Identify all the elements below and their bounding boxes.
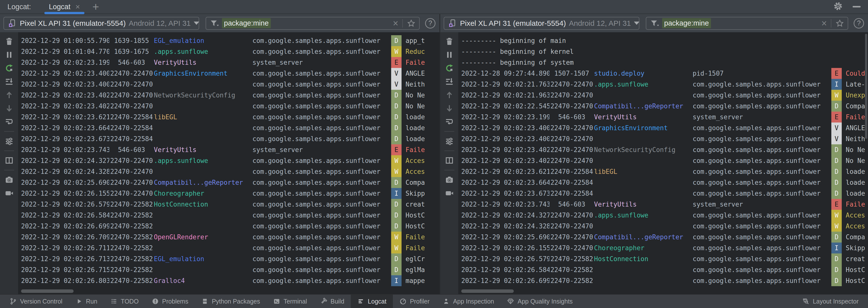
log-row[interactable]: 2022-12-29 02:02:23.62122470-22584libEGL… bbox=[18, 112, 439, 122]
log-row[interactable]: 2022-12-29 02:02:23.199546-603VerityUtil… bbox=[458, 112, 868, 122]
log-row[interactable]: 2022-12-29 01:01:04.7701639-1675.apps.su… bbox=[18, 46, 439, 57]
clear-logcat-button[interactable] bbox=[444, 36, 455, 47]
soft-wrap-button[interactable] bbox=[4, 116, 14, 127]
log-row[interactable]: 2022-12-29 02:02:26.58422470-22582com.go… bbox=[18, 210, 439, 221]
log-row[interactable]: --------- beginning of system bbox=[458, 57, 868, 68]
clear-filter-icon[interactable]: × bbox=[822, 19, 827, 28]
log-row[interactable]: --------- beginning of main bbox=[458, 35, 868, 46]
formatting-options-button[interactable] bbox=[4, 136, 14, 146]
take-screenshot-button[interactable] bbox=[4, 175, 14, 185]
previous-occurrence-button[interactable] bbox=[4, 90, 14, 100]
split-panels-button[interactable] bbox=[4, 155, 14, 166]
log-row[interactable]: --------- beginning of kernel bbox=[458, 46, 868, 57]
toolwindow-button-profiler[interactable]: Profiler bbox=[393, 295, 436, 308]
restart-logcat-button[interactable] bbox=[444, 63, 455, 74]
toolwindow-button-todo[interactable]: TODO bbox=[104, 295, 145, 308]
hide-tool-window-icon[interactable] bbox=[852, 6, 861, 7]
pause-logcat-button[interactable] bbox=[4, 50, 14, 60]
log-row[interactable]: 2022-12-29 02:02:26.71122470-22582com.go… bbox=[18, 243, 439, 253]
log-row[interactable]: 2022-12-29 02:02:23.66422470-22584com.go… bbox=[18, 122, 439, 133]
next-occurrence-button[interactable] bbox=[4, 103, 14, 114]
logcat-filter-input[interactable]: package:mine × bbox=[646, 17, 848, 30]
log-row[interactable]: 2022-12-29 02:02:22.54522470-22470Compat… bbox=[458, 101, 868, 112]
previous-occurrence-button[interactable] bbox=[444, 90, 455, 100]
log-row[interactable]: 2022-12-29 02:02:23.40222470-22470com.go… bbox=[18, 101, 439, 112]
toolwindow-button-build[interactable]: Build bbox=[313, 295, 351, 308]
tab-logcat[interactable]: Logcat × bbox=[46, 0, 83, 13]
toolwindow-button-terminal[interactable]: Terminal bbox=[267, 295, 313, 308]
log-row[interactable]: 2022-12-29 02:02:23.62122470-22584libEGL… bbox=[458, 166, 868, 177]
log-row[interactable]: 2022-12-29 02:02:23.67322470-22584com.go… bbox=[18, 133, 439, 144]
next-occurrence-button[interactable] bbox=[444, 103, 455, 114]
device-selector[interactable]: Pixel XL API 31 (emulator-5554) Android … bbox=[444, 17, 639, 30]
log-row[interactable]: 2022-12-29 01:00:55.7901639-1855EGL_emul… bbox=[18, 35, 439, 46]
toolwindow-button-app-quality-insights[interactable]: App Quality Insights bbox=[500, 295, 579, 308]
toolwindow-button-problems[interactable]: Problems bbox=[145, 295, 195, 308]
log-row[interactable]: 2022-12-29 02:02:26.58422470-22582com.go… bbox=[458, 264, 868, 275]
toolwindow-button-python-packages[interactable]: Python Packages bbox=[195, 295, 267, 308]
take-screenshot-button[interactable] bbox=[444, 175, 455, 185]
record-screen-button[interactable] bbox=[444, 188, 455, 198]
log-row[interactable]: 2022-12-29 02:02:26.15522470-22470Choreo… bbox=[458, 243, 868, 253]
log-row[interactable]: 2022-12-29 02:02:23.40222470-22470Networ… bbox=[18, 90, 439, 101]
log-row[interactable]: 2022-12-29 02:02:23.66422470-22584com.go… bbox=[458, 177, 868, 188]
log-row[interactable]: 2022-12-29 02:02:23.40222470-22470com.go… bbox=[458, 155, 868, 166]
log-row[interactable]: 2022-12-29 02:02:25.69022470-22470Compat… bbox=[18, 177, 439, 188]
log-row[interactable]: 2022-12-29 02:02:23.40022470-22470com.go… bbox=[18, 79, 439, 90]
log-row[interactable]: 2022-12-29 02:02:23.40222470-22470Networ… bbox=[458, 144, 868, 155]
log-row[interactable]: 2022-12-29 02:02:26.71322470-22582EGL_em… bbox=[18, 253, 439, 264]
pause-logcat-button[interactable] bbox=[444, 50, 455, 60]
filter-query-text[interactable]: package:mine bbox=[662, 18, 711, 28]
toolwindow-button-logcat[interactable]: Logcat bbox=[351, 295, 393, 308]
log-row[interactable]: 2022-12-29 02:02:24.32822470-22470com.go… bbox=[18, 166, 439, 177]
clear-logcat-button[interactable] bbox=[4, 36, 14, 47]
log-row[interactable]: 2022-12-28 09:27:44.8901507-1507studio.d… bbox=[458, 68, 868, 79]
horizontal-scrollbar-thumb[interactable] bbox=[21, 289, 73, 293]
toolwindow-button-app-inspection[interactable]: App Inspection bbox=[436, 295, 500, 308]
log-row[interactable]: 2022-12-29 02:02:23.40022470-22470Graphi… bbox=[458, 122, 868, 133]
soft-wrap-button[interactable] bbox=[444, 116, 455, 127]
clear-filter-icon[interactable]: × bbox=[393, 19, 398, 28]
log-row[interactable]: 2022-12-29 02:02:21.96322470-22470com.go… bbox=[458, 90, 868, 101]
log-row[interactable]: 2022-12-29 02:02:23.743546-603VerityUtil… bbox=[18, 144, 439, 155]
log-row[interactable]: 2022-12-29 02:02:23.199546-603VerityUtil… bbox=[18, 57, 439, 68]
record-screen-button[interactable] bbox=[4, 188, 14, 198]
formatting-options-button[interactable] bbox=[444, 136, 455, 146]
log-row[interactable]: 2022-12-29 02:02:24.32822470-22470com.go… bbox=[458, 221, 868, 232]
help-icon[interactable]: ? bbox=[425, 18, 435, 29]
log-row[interactable]: 2022-12-29 02:02:26.69922470-22582com.go… bbox=[18, 221, 439, 232]
log-row[interactable]: 2022-12-29 02:02:26.57922470-22582HostCo… bbox=[18, 199, 439, 210]
log-row[interactable]: 2022-12-29 02:02:26.71522470-22582com.go… bbox=[18, 264, 439, 275]
filter-query-text[interactable]: package:mine bbox=[222, 18, 271, 28]
toolwindow-button-run[interactable]: Run bbox=[69, 295, 104, 308]
add-tab-button[interactable]: + bbox=[92, 2, 99, 11]
settings-gear-icon[interactable] bbox=[833, 1, 843, 12]
help-icon[interactable]: ? bbox=[854, 18, 864, 29]
logcat-filter-input[interactable]: package:mine × bbox=[206, 17, 420, 30]
log-row[interactable]: 2022-12-29 02:02:26.15522470-22470Choreo… bbox=[18, 188, 439, 199]
tab-close-icon[interactable]: × bbox=[75, 3, 80, 11]
device-selector[interactable]: Pixel XL API 31 (emulator-5554) Android … bbox=[3, 17, 199, 30]
log-row[interactable]: 2022-12-29 02:02:26.80322470-22582Grallo… bbox=[18, 275, 439, 286]
vertical-scrollbar-thumb[interactable] bbox=[865, 34, 867, 139]
log-row[interactable]: 2022-12-29 02:02:21.76322470-22470.apps.… bbox=[458, 79, 868, 90]
horizontal-scrollbar-thumb[interactable] bbox=[461, 289, 514, 293]
log-row[interactable]: 2022-12-29 02:02:25.69022470-22470Compat… bbox=[458, 232, 868, 243]
log-view[interactable]: --------- beginning of main--------- beg… bbox=[458, 32, 868, 294]
favorite-star-icon[interactable] bbox=[407, 19, 416, 28]
toolwindow-button-layout-inspector[interactable]: Layout Inspector bbox=[796, 295, 865, 308]
log-row[interactable]: 2022-12-29 02:02:26.70922470-22582OpenGL… bbox=[18, 232, 439, 243]
log-row[interactable]: 2022-12-29 02:02:24.32722470-22470.apps.… bbox=[18, 155, 439, 166]
split-panels-button[interactable] bbox=[444, 155, 455, 166]
log-row[interactable]: 2022-12-29 02:02:24.32722470-22470.apps.… bbox=[458, 210, 868, 221]
scroll-to-end-button[interactable] bbox=[444, 76, 455, 87]
scroll-to-end-button[interactable] bbox=[4, 76, 14, 87]
log-row[interactable]: 2022-12-29 02:02:23.743546-603VerityUtil… bbox=[458, 199, 868, 210]
log-view[interactable]: 2022-12-29 01:00:55.7901639-1855EGL_emul… bbox=[18, 32, 439, 294]
log-row[interactable]: 2022-12-29 02:02:26.69922470-22582com.go… bbox=[458, 275, 868, 286]
log-row[interactable]: 2022-12-29 02:02:23.67322470-22584com.go… bbox=[458, 188, 868, 199]
log-row[interactable]: 2022-12-29 02:02:26.57922470-22582HostCo… bbox=[458, 253, 868, 264]
toolwindow-button-version-control[interactable]: Version Control bbox=[3, 295, 69, 308]
favorite-star-icon[interactable] bbox=[835, 19, 844, 28]
log-row[interactable]: 2022-12-29 02:02:23.40022470-22470com.go… bbox=[458, 133, 868, 144]
